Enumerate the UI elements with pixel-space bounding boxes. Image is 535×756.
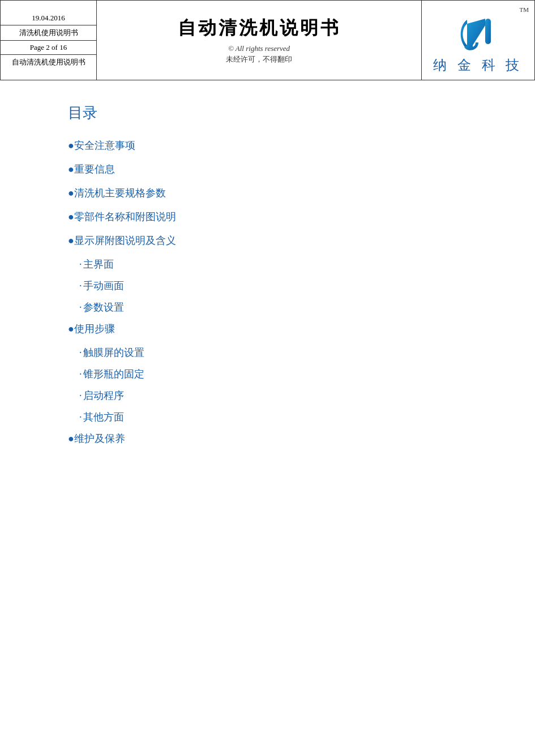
toc-sub-item: 触膜屏的设置 [79, 346, 490, 359]
page: 19.04.2016 清洗机使用说明书 Page 2 of 16 自动清洗机使用… [0, 0, 535, 756]
toc-bullet-item: ●零部件名称和附图说明 [68, 210, 490, 224]
logo-company-name: 纳 金 科 技 [433, 56, 523, 74]
toc-sub-item: 启动程序 [79, 389, 490, 402]
toc-title: 目录 [68, 103, 490, 123]
toc-bullet-item: ●使用步骤 [68, 322, 490, 336]
header-logo-cell: TM [422, 1, 535, 80]
header-left-inner: 19.04.2016 清洗机使用说明书 Page 2 of 16 自动清洗机使用… [1, 11, 96, 70]
header-left-cell: 19.04.2016 清洗机使用说明书 Page 2 of 16 自动清洗机使用… [1, 1, 97, 80]
toc-sub-item: 参数设置 [79, 300, 490, 314]
toc-sub-item: 主界面 [79, 257, 490, 271]
logo-icon [456, 14, 501, 54]
header-date: 19.04.2016 [1, 11, 96, 25]
header-notice: 未经许可，不得翻印 [108, 54, 410, 65]
content-area: 目录 ●安全注意事项●重要信息●清洗机主要规格参数●零部件名称和附图说明●显示屏… [0, 80, 535, 478]
toc-bullet-item: ●显示屏附图说明及含义 [68, 234, 490, 247]
header-doc-title: 清洗机使用说明书 [1, 25, 96, 41]
toc-sub-item: 手动画面 [79, 279, 490, 293]
toc-list: ●安全注意事项●重要信息●清洗机主要规格参数●零部件名称和附图说明●显示屏附图说… [68, 139, 490, 445]
logo-container: TM [427, 6, 529, 74]
header-page-info: Page 2 of 16 [1, 41, 96, 55]
header-table: 19.04.2016 清洗机使用说明书 Page 2 of 16 自动清洗机使用… [0, 0, 535, 80]
toc-bullet-item: ●清洗机主要规格参数 [68, 186, 490, 200]
logo-tm: TM [427, 6, 529, 13]
svg-rect-0 [485, 19, 491, 44]
toc-sub-item: 其他方面 [79, 410, 490, 424]
header-rights: © All rights reserved [108, 44, 410, 53]
header-center-cell: 自动清洗机说明书 © All rights reserved 未经许可，不得翻印 [97, 1, 422, 80]
header-doc-subtitle: 自动清洗机使用说明书 [1, 55, 96, 70]
toc-bullet-item: ●重要信息 [68, 162, 490, 176]
toc-bullet-item: ●维护及保养 [68, 432, 490, 445]
header-main-title: 自动清洗机说明书 [108, 16, 410, 41]
toc-bullet-item: ●安全注意事项 [68, 139, 490, 152]
toc-sub-item: 锥形瓶的固定 [79, 367, 490, 381]
